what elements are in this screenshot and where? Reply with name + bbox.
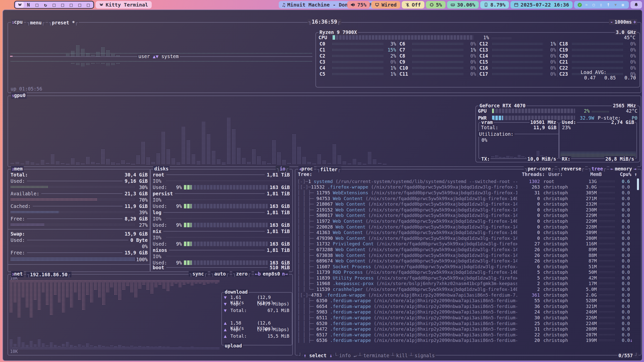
cpu-column-header[interactable]: Cpu% ↑ [620, 171, 635, 177]
process-row[interactable]: │ │ ├─ 580017 Web Content (/nix/store/fq… [297, 213, 635, 218]
tray-icon[interactable]: † [606, 2, 611, 7]
process-row[interactable]: │ │ ├─ 673038 Web Content (/nix/store/fq… [297, 252, 635, 258]
process-row[interactable]: │ │ ├─ 94753 Web Content (/nix/store/fqa… [297, 196, 635, 201]
kill-action[interactable]: kill [395, 353, 409, 358]
iface-next-button[interactable]: n→ [282, 271, 288, 277]
tray-icon[interactable]: ▦ [620, 2, 625, 7]
process-row[interactable]: │ │ ├─ 218067 Web Content (/nix/store/fq… [297, 201, 635, 207]
process-row[interactable]: │ │ ├─ 479390 Web Content (/nix/store/fq… [297, 235, 635, 241]
clock-module[interactable]: 2025-07-22 16:36 [510, 1, 573, 9]
process-row[interactable]: │ │ ├─ 6350 .ferdium-wrappe (/nix/store/… [297, 298, 635, 303]
memory-module[interactable]: 30.06% [447, 1, 479, 9]
ethernet-icon [375, 3, 379, 7]
mem-column-header[interactable]: MemB [584, 171, 602, 177]
process-row[interactable]: │ │ ├─ 6472 .ferdium-wrappe (/nix/store/… [297, 326, 635, 332]
bluetooth-module[interactable]: Off [402, 1, 424, 9]
process-row[interactable]: │ │ ├─ 11972 Web Content (/nix/store/fqa… [297, 218, 635, 224]
process-row[interactable]: │ │ ├─ 41363 Web Content (/nix/store/fqa… [297, 230, 635, 235]
sort-prev-button[interactable]: ← [610, 166, 613, 171]
cpu-module[interactable]: 5% [426, 1, 446, 9]
per-core-button[interactable]: per-core [524, 166, 554, 171]
cpu-total-percent: 1% [475, 35, 489, 40]
tray-icon[interactable]: ▢ [591, 2, 596, 7]
sort-next-button[interactable]: → [634, 166, 636, 171]
workspace-button[interactable]: □ [59, 2, 67, 8]
process-row[interactable]: │ │ ├─ 11795 WebExtensions (/nix/store/f… [297, 190, 635, 196]
cpu-frequency: 3.0 GHz [615, 29, 637, 35]
process-row[interactable]: │ │ ├─ 220028 Web Content (/nix/store/fq… [297, 224, 635, 230]
process-row[interactable]: │ │ ├─ 6511 .ferdium-wrappe (/nix/store/… [297, 315, 635, 321]
io-mode-button[interactable]: io [276, 166, 289, 171]
process-row[interactable]: │ │ ├─ 11739 RDD Process (/nix/store/fqa… [297, 269, 635, 275]
process-row[interactable]: │ │ ├─ 689674 Web Content (/nix/store/fq… [297, 258, 635, 264]
process-row[interactable]: │ │ ├─ 219152 Web Content (/nix/store/fq… [297, 207, 635, 213]
system-tray: ✓ ≈▢▯†▼▦ [574, 1, 629, 9]
signals-action[interactable]: signals [414, 353, 435, 358]
process-row[interactable]: │ │ ├─ 5983 .ferdium-wrappe (/nix/store/… [297, 309, 635, 315]
threads-column-header[interactable]: Threads: [517, 171, 545, 177]
workspace-button[interactable]: ↻ [42, 2, 50, 8]
process-row[interactable]: │ │ ├─ 11732 Privileged Cont (/nix/store… [297, 241, 635, 247]
user-column-header[interactable]: User: [545, 171, 584, 177]
process-row[interactable]: │ │ ├─ 11968 .keepassxc-prox (/nix/store… [297, 281, 635, 287]
info-action[interactable]: info ↵ [338, 353, 357, 358]
tray-icon[interactable]: ▯ [598, 2, 603, 7]
down-arrow-icon: ▼ [224, 308, 230, 314]
workspace-button[interactable]: □ [50, 2, 58, 8]
preset-button[interactable]: preset * [48, 20, 79, 25]
notification-module[interactable] [630, 1, 642, 9]
sort-column-label: memory [615, 166, 632, 171]
gpu-frequency: 2565 MHz [612, 103, 637, 108]
volume-module[interactable]: 75% [347, 1, 370, 9]
zero-button[interactable]: zero [232, 271, 252, 277]
process-row[interactable]: │ │ └─ 11539 crashhelper (/nix/store/fqa… [297, 286, 635, 292]
terminate-action[interactable]: terminate [363, 353, 390, 358]
download-total-value: 67,1 MiB [267, 308, 289, 314]
process-scrollbar[interactable] [637, 178, 639, 350]
network-module[interactable]: Wired [371, 1, 400, 9]
process-row[interactable]: [-]─1 systemd (/run/current-system/syste… [297, 178, 635, 184]
process-row[interactable]: │ │ ├─ 11839 Utility Process (/nix/store… [297, 275, 635, 281]
legend-system: system [162, 54, 179, 59]
process-row[interactable]: │[-]─4783 .ferdium-wrappe (/nix/store/a1… [297, 292, 635, 298]
upload-top-value: (2,69 Mibps) [257, 327, 289, 333]
workspace-kitty[interactable] [16, 2, 24, 8]
sync-button[interactable]: sync [189, 271, 208, 277]
auto-button[interactable]: auto [210, 271, 230, 277]
tray-icon[interactable]: ≈ [584, 2, 589, 7]
process-row[interactable]: │ │ ├─ 11607 Socket Process (/nix/store/… [297, 264, 635, 269]
check-icon[interactable]: ✓ [578, 3, 582, 7]
iface-prev-button[interactable]: ←b [255, 271, 261, 277]
workspace-button[interactable]: □ [33, 2, 41, 8]
process-row[interactable]: │ │ ├─ 6520 .ferdium-wrappe (/nix/store/… [297, 321, 635, 326]
disk-used-meter [184, 242, 268, 246]
workspace-button[interactable]: N [24, 2, 32, 8]
tray-icon[interactable]: ▼ [613, 2, 618, 7]
download-top-label: Top: [230, 301, 241, 308]
interval-increase-button[interactable]: + [633, 19, 636, 25]
up-arrow-icon: ▲ [224, 333, 230, 340]
mem-free-label: Free: [11, 216, 25, 221]
reverse-button[interactable]: reverse [557, 166, 585, 171]
disk-list: root1,81 TiB IO% Used:9% 163 GiB persist… [150, 169, 292, 266]
process-row[interactable]: │[-]─11532 .firefox-wrappe (/nix/store/f… [297, 184, 635, 190]
core-row: C170% [479, 71, 556, 77]
process-row[interactable]: │ │ ├─ 6654 .ferdium-wrappe (/nix/store/… [297, 303, 635, 309]
select-action[interactable]: select [309, 353, 327, 358]
interval-decrease-button[interactable]: - [610, 19, 613, 25]
window-title[interactable]: Kitty Terminal [96, 1, 152, 9]
disk-module[interactable]: 8.79% [480, 1, 509, 9]
menu-button[interactable]: menu [26, 20, 46, 25]
mem-free-meter [11, 223, 135, 226]
workspace-button[interactable]: □ [67, 2, 75, 8]
process-row[interactable]: │ │ ├─ 6517 .ferdium-wrappe (/nix/store/… [297, 332, 635, 338]
mem-available-meter [11, 198, 135, 201]
workspace-button[interactable]: □ [76, 2, 84, 8]
process-row[interactable]: │ │ ├─ 6536 .ferdium-wrappe (/nix/store/… [297, 338, 635, 343]
process-row[interactable]: │ │ ├─ 673288 Web Content (/nix/store/fq… [297, 247, 635, 252]
workspace-button[interactable]: □ [84, 2, 92, 8]
tree-button[interactable]: tree [588, 166, 607, 171]
filter-button[interactable]: filter [316, 167, 342, 172]
swap-free-percent: 100% [135, 257, 148, 262]
mem-cached-percent: 39% [135, 210, 148, 215]
